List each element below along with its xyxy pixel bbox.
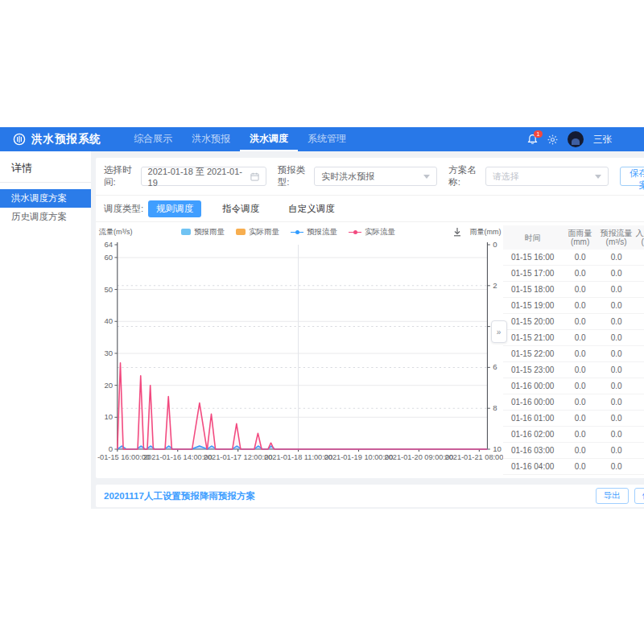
forecast-type-value: 实时洪水预报 [321,171,420,183]
cell-time: 01-15 19:00 [503,301,563,310]
y-left-tick-label: 10 [104,414,113,421]
cell-value: 0.0 [635,398,644,407]
avatar[interactable] [568,131,584,147]
y-right-tick-label: 0 [493,241,497,248]
cell-value: 0.0 [598,414,635,423]
settings-button[interactable] [547,134,558,145]
forecast-type-select[interactable]: 实时洪水预报 [314,167,437,186]
column-header-面雨量: 面雨量(mm) [563,229,598,246]
cell-value: 0.0 [563,414,598,423]
tab-自定义调度[interactable]: 自定义调度 [280,200,343,217]
tab-指令调度[interactable]: 指令调度 [214,200,267,217]
calendar-icon [250,172,259,181]
sidebar-item-洪水调度方案[interactable]: 洪水调度方案 [0,189,91,208]
chart-download-button[interactable] [452,227,462,237]
y-left-tick-label: 20 [104,382,113,389]
nav-item-洪水调度[interactable]: 洪水调度 [240,127,298,151]
y-left-tick-label: 30 [104,349,113,357]
date-range-input[interactable]: 2021-01-18 至 2021-01-19 [141,167,266,186]
plan-footer: 20201117人工设置预报降雨预报方案 导出 保存 [96,485,644,507]
export-button[interactable]: 导出 [596,488,629,504]
sidebar-menu: 洪水调度方案历史调度方案 [0,189,91,226]
save-plan-button[interactable]: 保存方案 [620,167,644,186]
app-logo-icon [13,133,26,146]
app-logo: 洪水预报系统 [13,132,101,147]
table-header: 时间面雨量(mm)预报流量(m³/s)入库流量(m³/s) [503,225,644,250]
legend-line-icon [291,229,303,235]
cell-value: 0.0 [598,398,635,407]
cell-time: 01-16 02:00 [503,430,563,439]
cell-value: 0.0 [563,269,598,278]
navbar-right: 1 三张 [527,131,612,147]
table-row: 01-16 02:000.00.00.0 [503,427,644,443]
dispatch-type-label: 调度类型: [104,203,143,215]
y-right-tick-label: 10 [493,445,502,452]
dispatch-type-tabs: 调度类型: 规则调度指令调度自定义调度 [96,196,644,222]
gear-icon [547,134,558,145]
right-axis-title: 雨量(mm) [470,227,502,237]
column-header-时间: 时间 [503,233,563,242]
table-row: 01-15 20:000.00.00.0 [503,314,644,330]
cell-value: 0.0 [635,253,644,262]
table-body: 01-15 16:000.00.00.001-15 17:000.00.00.0… [503,250,644,475]
cell-value: 0.0 [598,430,635,439]
cell-value: 0.0 [635,301,644,310]
table-row: 01-16 04:000.00.00.0 [503,459,644,475]
x-tick-label: 2021-01-20 09:00:00 [385,453,454,460]
notifications-button[interactable]: 1 [527,134,538,145]
cell-value: 0.0 [635,317,644,326]
app-title: 洪水预报系统 [31,132,101,147]
legend-item-预报雨量[interactable]: 预报雨量 [181,227,225,237]
sidebar-item-历史调度方案[interactable]: 历史调度方案 [0,208,91,226]
cell-value: 0.0 [598,462,635,471]
cell-value: 0.0 [563,430,598,439]
cell-value: 0.0 [563,446,598,455]
plan-name-select[interactable]: 请选择 [485,167,609,186]
collapse-table-button[interactable]: » [491,320,507,343]
tab-规则调度[interactable]: 规则调度 [148,200,201,217]
y-right-tick-label: 2 [493,282,497,289]
cell-value: 0.0 [563,382,598,390]
chart-table-area: 流量(m³/s) 预报雨量实际雨量预报流量实际流量 雨量(mm) [96,222,644,478]
cell-value: 0.0 [635,365,644,374]
legend-item-实际流量[interactable]: 实际流量 [349,227,395,237]
y-right-tick-label: 6 [493,364,497,371]
content-area: 详情 洪水调度方案历史调度方案 选择时间: 2021-01-18 至 2021-… [0,151,644,509]
cell-value: 0.0 [635,349,644,358]
legend-item-实际雨量[interactable]: 实际雨量 [236,227,279,237]
nav-item-洪水预报[interactable]: 洪水预报 [182,127,240,151]
legend-label: 实际雨量 [249,227,279,237]
line-chart-canvas[interactable]: 0102030405060640246810-01-15 16:00:00202… [97,238,503,478]
time-label: 选择时间: [104,164,136,188]
cell-value: 0.0 [563,398,598,407]
save-button[interactable]: 保存 [634,488,644,504]
cell-time: 01-15 21:00 [503,333,563,342]
table-row: 01-16 03:000.00.00.0 [503,443,644,459]
cell-value: 0.0 [563,462,598,471]
x-tick-label: 2021-01-18 11:00:00 [264,453,332,460]
table-row: 01-15 17:000.00.00.0 [503,266,644,282]
cell-time: 01-15 22:00 [503,349,563,358]
cell-value: 27 [635,285,644,294]
cell-value: 0.0 [563,301,598,310]
cell-value: 0.0 [563,285,598,294]
date-range-value: 2021-01-18 至 2021-01-19 [148,166,250,188]
legend-item-预报流量[interactable]: 预报流量 [291,227,337,237]
cell-time: 01-15 18:00 [503,285,563,294]
nav-item-系统管理[interactable]: 系统管理 [298,127,356,151]
cell-value: 0.0 [635,333,644,342]
cell-value: 0.0 [598,349,635,358]
cell-value: 0.0 [598,269,635,278]
cell-time: 01-15 23:00 [503,365,563,374]
chevron-down-icon [595,175,601,179]
nav-item-综合展示[interactable]: 综合展示 [124,127,182,151]
cell-time: 01-16 04:00 [503,462,563,471]
sidebar-divider [0,182,91,183]
table-row: 01-15 18:000.00.027 [503,282,644,298]
column-header-入库流量: 入库流量(m³/s) [635,229,644,246]
cell-value: 0.0 [598,301,635,310]
legend-swatch-icon [181,229,191,235]
cell-value: 0.0 [598,365,635,374]
cell-time: 01-16 01:00 [503,414,563,423]
legend-label: 实际流量 [365,227,395,237]
